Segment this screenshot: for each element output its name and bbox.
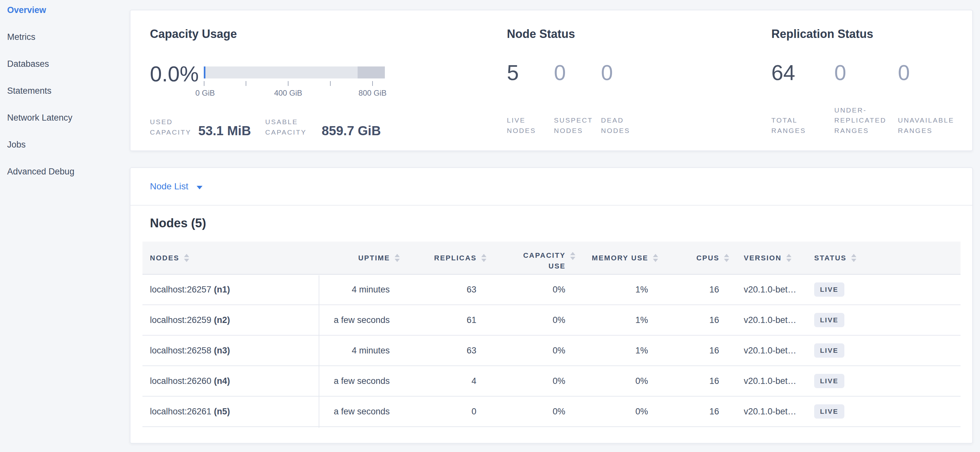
status-cell: LIVE (803, 313, 961, 327)
column-header-nodes[interactable]: NODES (142, 252, 319, 263)
sort-icon (395, 254, 400, 262)
status-badge: LIVE (814, 282, 844, 297)
memory-use-cell: 0% (577, 376, 660, 386)
node-list-dropdown[interactable]: Node List (150, 181, 202, 192)
axis-tick (288, 81, 288, 86)
nodes-table: NODES UPTIME REPLICAS CAPACITY USE MEMOR… (142, 241, 961, 427)
used-capacity-label: USED CAPACITY (150, 117, 194, 137)
status-badge: LIVE (814, 374, 844, 388)
status-cell: LIVE (803, 374, 961, 388)
usable-capacity-label: USABLE CAPACITY (265, 117, 317, 137)
sort-icon (184, 254, 189, 262)
capacity-use-cell: 0% (488, 346, 577, 356)
column-header-version[interactable]: VERSION (731, 252, 803, 263)
capacity-use-cell: 0% (488, 315, 577, 325)
capacity-use-cell: 0% (488, 285, 577, 295)
replicas-cell: 0 (401, 407, 488, 417)
sidebar-item-network-latency[interactable]: Network Latency (7, 113, 127, 122)
version-cell: v20.1.0-bet… (731, 346, 803, 356)
capacity-use-cell: 0% (488, 407, 577, 417)
memory-use-cell: 0% (577, 407, 660, 417)
nodes-table-header: NODES UPTIME REPLICAS CAPACITY USE MEMOR… (142, 241, 961, 274)
memory-use-cell: 1% (577, 346, 660, 356)
capacity-use-cell: 0% (488, 376, 577, 386)
app-root: Overview Metrics Databases Statements Ne… (0, 0, 980, 452)
capacity-usage-chart: 0 GiB 400 GiB 800 GiB (204, 67, 385, 78)
status-badge: LIVE (814, 313, 844, 327)
sidebar-item-databases[interactable]: Databases (7, 59, 127, 69)
suspect-nodes-count: 0 (554, 62, 601, 84)
column-header-uptime[interactable]: UPTIME (319, 252, 401, 263)
memory-use-cell: 1% (577, 315, 660, 325)
sidebar-item-advanced-debug[interactable]: Advanced Debug (7, 167, 127, 176)
sort-icon (851, 254, 856, 262)
node-address-cell: localhost:26257(n1) (142, 285, 319, 295)
column-header-cpus[interactable]: CPUS (660, 252, 731, 263)
chevron-down-icon (197, 186, 202, 189)
used-capacity-value: 53.1 MiB (198, 124, 251, 137)
sidebar-item-overview[interactable]: Overview (7, 5, 127, 15)
uptime-cell: a few seconds (319, 315, 401, 325)
capacity-bar-end-segment (358, 67, 385, 78)
node-address-cell: localhost:26260(n4) (142, 376, 319, 386)
cpus-cell: 16 (660, 407, 731, 417)
cpus-cell: 16 (660, 315, 731, 325)
suspect-nodes-label: SUSPECT NODES (554, 115, 601, 136)
version-cell: v20.1.0-bet… (731, 315, 803, 325)
column-header-replicas[interactable]: REPLICAS (401, 252, 488, 263)
under-replicated-label: UNDER-REPLICATED RANGES (834, 105, 898, 136)
sidebar-item-jobs[interactable]: Jobs (7, 140, 127, 149)
axis-tick (372, 81, 373, 86)
total-ranges-count: 64 (772, 62, 834, 84)
node-address-cell: localhost:26261(n5) (142, 407, 319, 417)
status-badge: LIVE (814, 343, 844, 358)
live-nodes-count: 5 (507, 62, 554, 84)
axis-tick (330, 81, 331, 86)
uptime-cell: 4 minutes (319, 285, 401, 295)
sort-icon (570, 252, 575, 260)
column-header-capacity-use[interactable]: CAPACITY USE (488, 244, 577, 271)
replication-status-title: Replication Status (772, 27, 873, 41)
table-row[interactable]: localhost:26261(n5) a few seconds 0 0% 0… (142, 396, 961, 427)
axis-tick-label: 0 GiB (195, 89, 215, 98)
table-row[interactable]: localhost:26260(n4) a few seconds 4 0% 0… (142, 366, 961, 396)
replicas-cell: 63 (401, 285, 488, 295)
live-nodes-label: LIVE NODES (507, 115, 554, 136)
node-status-title: Node Status (507, 27, 575, 41)
replicas-cell: 4 (401, 376, 488, 386)
capacity-bar (204, 67, 385, 78)
uptime-cell: a few seconds (319, 407, 401, 417)
dead-nodes-count: 0 (601, 62, 613, 84)
sidebar: Overview Metrics Databases Statements Ne… (7, 5, 127, 193)
memory-use-cell: 1% (577, 285, 660, 295)
nodes-table-title: Nodes (5) (150, 216, 972, 230)
version-cell: v20.1.0-bet… (731, 376, 803, 386)
uptime-cell: 4 minutes (319, 346, 401, 356)
axis-tick (204, 81, 204, 86)
total-ranges-label: TOTAL RANGES (772, 115, 834, 136)
capacity-usage-title: Capacity Usage (150, 27, 237, 41)
version-cell: v20.1.0-bet… (731, 285, 803, 295)
cpus-cell: 16 (660, 346, 731, 356)
axis-tick (246, 81, 246, 86)
table-row[interactable]: localhost:26258(n3) 4 minutes 63 0% 1% 1… (142, 336, 961, 366)
sort-icon (653, 254, 658, 262)
cpus-cell: 16 (660, 376, 731, 386)
sort-icon (481, 254, 487, 262)
node-list-dropdown-label: Node List (150, 181, 188, 192)
axis-tick-label: 800 GiB (359, 89, 387, 98)
column-header-status[interactable]: STATUS (803, 252, 961, 263)
status-cell: LIVE (803, 343, 961, 358)
table-row[interactable]: localhost:26257(n1) 4 minutes 63 0% 1% 1… (142, 274, 961, 305)
version-cell: v20.1.0-bet… (731, 407, 803, 417)
dead-nodes-label: DEAD NODES (601, 115, 640, 136)
sort-icon (724, 254, 729, 262)
table-row[interactable]: localhost:26259(n2) a few seconds 61 0% … (142, 305, 961, 336)
sidebar-item-metrics[interactable]: Metrics (7, 32, 127, 42)
unavailable-label: UNAVAILABLE RANGES (898, 115, 963, 136)
column-header-memory-use[interactable]: MEMORY USE (577, 252, 660, 263)
sidebar-item-statements[interactable]: Statements (7, 86, 127, 96)
node-address-cell: localhost:26258(n3) (142, 346, 319, 356)
used-capacity-marker (204, 67, 205, 78)
under-replicated-count: 0 (834, 62, 898, 84)
